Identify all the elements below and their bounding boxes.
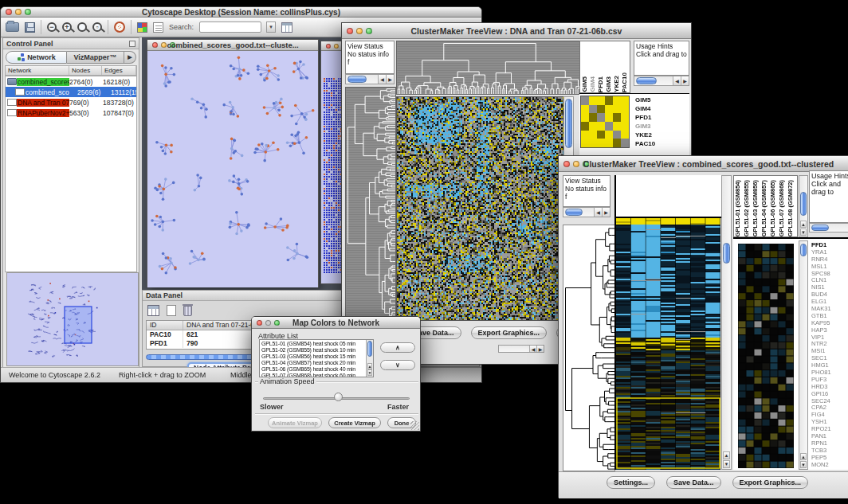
save-data-button[interactable]: Save Data...	[666, 476, 721, 489]
select-attributes-icon[interactable]	[147, 305, 159, 316]
zoom-out-icon[interactable]: −	[47, 22, 57, 32]
folder-icon	[7, 78, 17, 85]
float-panel-icon[interactable]	[129, 41, 135, 47]
export-graphics-button[interactable]: Export Graphics...	[732, 476, 809, 489]
delete-attribute-icon[interactable]	[183, 306, 192, 316]
gene-list-scrollbar[interactable]: ▲ ▼	[799, 240, 808, 470]
column-dendrogram[interactable]	[396, 41, 582, 95]
gene-label[interactable]: MON2	[811, 462, 848, 469]
column-label[interactable]: GIM3	[605, 76, 613, 92]
tab-overflow-arrow[interactable]: ▶	[124, 51, 136, 64]
help-icon[interactable]	[114, 21, 125, 33]
annotation-icon[interactable]	[153, 22, 163, 33]
move-up-button[interactable]: ∧	[380, 342, 415, 353]
create-vizmap-button[interactable]: Create Vizmap	[328, 417, 381, 428]
minimize-button[interactable]	[334, 44, 339, 49]
column-label[interactable]: GIM5	[581, 76, 589, 92]
row-label[interactable]: GIM5	[635, 96, 655, 104]
col-edges[interactable]: Edges	[102, 66, 136, 75]
scroll-left-arrow[interactable]: ◀	[673, 76, 681, 85]
attribute-list-item[interactable]: GPL51-02 (GSM855) heat shock 10 min	[261, 347, 364, 354]
column-label[interactable]: GPL51-06 (GSM865)	[769, 180, 778, 236]
tab-network[interactable]: Network	[6, 51, 67, 64]
matrix-cell	[581, 131, 589, 139]
matrix-cell	[621, 96, 629, 105]
similarity-matrix[interactable]	[580, 96, 630, 148]
zoom-fit-icon[interactable]: ▫	[92, 22, 102, 32]
view-status-scrollbar[interactable]: ◀ ▶	[345, 74, 395, 84]
network-canvas[interactable]	[147, 51, 318, 287]
column-label[interactable]: GIM4	[589, 76, 597, 92]
open-file-icon[interactable]	[6, 22, 19, 32]
column-label[interactable]: PAC10	[621, 72, 629, 92]
network-table-row[interactable]: DNA and Tran 07769(0)183728(0)	[6, 97, 136, 107]
row-label[interactable]: YKE2	[635, 131, 655, 139]
row-dendrogram[interactable]	[563, 225, 615, 471]
col-id[interactable]: ID	[147, 321, 183, 330]
settings-button[interactable]: Settings...	[607, 476, 655, 489]
column-label[interactable]: GPL51-03 (GSM856)	[752, 180, 760, 236]
zoom-in-icon[interactable]: +	[62, 22, 72, 32]
column-labels-panel: GIM5GIM4PFD1GIM3YKE2PAC10	[579, 41, 630, 93]
treeview1-titlebar[interactable]: ClusterMaker TreeView : DNA and Tran 07-…	[342, 23, 691, 39]
resize-grip[interactable]	[410, 421, 419, 430]
column-label[interactable]: GPL51-01 (GSM854)	[734, 180, 743, 236]
column-label[interactable]: GPL51-02 (GSM855)	[743, 180, 752, 236]
usage-hints-scrollbar[interactable]	[809, 223, 848, 232]
search-input[interactable]	[199, 21, 261, 33]
attribute-list-scrollbar[interactable]: ▲ ▼	[366, 340, 373, 377]
treeview2-title: ClusterMaker TreeView : combined_scores_…	[559, 156, 848, 172]
network-view-titlebar[interactable]: combined_scores_good.txt--cluste...	[147, 40, 318, 51]
scroll-left-arrow[interactable]: ◀	[378, 75, 386, 84]
row-label[interactable]: GIM3	[635, 122, 655, 131]
view-status-panel: View Status No status info f	[345, 41, 395, 74]
scroll-right-arrow[interactable]: ▶	[681, 76, 689, 85]
matrix-cell	[605, 113, 613, 122]
col-nodes[interactable]: Nodes	[69, 66, 102, 75]
heatmap[interactable]	[396, 96, 564, 321]
matrix-cell	[605, 96, 613, 105]
mini-hscrollbar[interactable]: ◀ ▶	[498, 345, 544, 353]
heatmap-vscrollbar[interactable]: ▲ ▼	[721, 175, 732, 470]
animate-vizmap-button[interactable]: Animate Vizmap	[268, 417, 322, 428]
attribute-list-item[interactable]: GPL51-03 (GSM856) heat shock 15 min	[261, 354, 364, 360]
save-icon[interactable]	[25, 22, 35, 33]
row-label[interactable]: PFD1	[635, 113, 655, 122]
attribute-list-item[interactable]: GPL51-06 (GSM865) heat shock 40 min	[261, 366, 364, 373]
attribute-table-icon[interactable]	[281, 22, 292, 33]
network-table-row[interactable]: RNAPuberNov2+563(0)107847(0)	[6, 107, 136, 118]
col-network[interactable]: Network	[6, 66, 69, 75]
new-attribute-icon[interactable]	[167, 305, 176, 316]
dialog-titlebar[interactable]: Map Colors to Network	[252, 317, 420, 329]
scroll-right-arrow[interactable]: ▶	[386, 75, 394, 84]
row-dendrogram[interactable]	[345, 87, 396, 321]
column-labels-scrollbar[interactable]: ▲ ▼	[799, 175, 808, 237]
zoom-heatmap[interactable]	[738, 244, 794, 468]
heatmap[interactable]	[616, 218, 720, 470]
row-label[interactable]: PAC10	[635, 139, 655, 148]
tab-vizmapper[interactable]: VizMapper™	[67, 51, 124, 64]
vizmapper-icon[interactable]	[137, 22, 147, 33]
network-table-row[interactable]: combined_sco2569(6)13112(15)	[6, 87, 136, 97]
column-label[interactable]: GPL51-04 (GSM857)	[760, 180, 769, 236]
attribute-list-item[interactable]: GPL51-01 (GSM854) heat shock 05 min	[261, 341, 364, 347]
export-graphics-button[interactable]: Export Graphics...	[471, 326, 548, 339]
zoom-selected-icon[interactable]	[77, 22, 87, 32]
network-name: combined_sco	[25, 88, 77, 96]
column-label[interactable]: GPL51-08 (GSM872)	[787, 180, 795, 236]
column-label[interactable]: YKE2	[613, 76, 621, 92]
column-label[interactable]: GPL51-07 (GSM868)	[778, 180, 787, 236]
column-label[interactable]: PFD1	[597, 76, 605, 92]
view-status-scrollbar[interactable]: ◀ ▶	[563, 207, 610, 217]
row-label[interactable]: GIM4	[635, 104, 655, 113]
close-button[interactable]	[326, 44, 331, 49]
treeview2-titlebar[interactable]: ClusterMaker TreeView : combined_scores_…	[559, 156, 848, 172]
slider-thumb[interactable]	[334, 393, 343, 401]
usage-hints-scrollbar[interactable]: ◀ ▶	[634, 76, 689, 86]
network-table-row[interactable]: combined_scores2764(0)16218(0)	[6, 76, 136, 87]
search-dropdown-arrow[interactable]: ▾	[266, 21, 276, 33]
attribute-list-item[interactable]: GPL51-04 (GSM857) heat shock 20 min	[261, 360, 364, 366]
move-down-button[interactable]: ∨	[380, 360, 415, 370]
main-titlebar[interactable]: Cytoscape Desktop (Session Name: collins…	[1, 7, 481, 18]
network-overview-birdseye[interactable]	[6, 272, 139, 366]
